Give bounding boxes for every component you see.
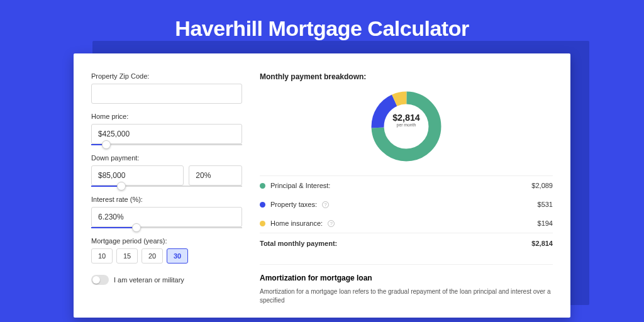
zip-field: Property Zip Code: [91,72,242,104]
calculator-card: Property Zip Code: Home price: Down paym… [74,53,570,318]
period-label: Mortgage period (years): [91,237,242,245]
total-value: $2,814 [531,240,553,247]
legend-row: Principal & Interest:$2,089 [260,176,553,195]
zip-label: Property Zip Code: [91,72,242,80]
legend-value: $2,089 [531,182,553,189]
interest-field: Interest rate (%): [91,196,242,228]
slider-thumb[interactable] [117,182,126,191]
legend-row: Home insurance:?$194 [260,214,553,233]
legend-label: Property taxes: [270,201,317,208]
period-field: Mortgage period (years): 10152030 [91,237,242,264]
total-label: Total monthly payment: [260,240,337,247]
period-btn-10[interactable]: 10 [91,248,113,264]
down-payment-field: Down payment: [91,154,242,187]
legend-dot-icon [260,202,265,208]
interest-slider[interactable] [91,227,242,228]
page-title: Haverhill Mortgage Calculator [0,0,644,53]
home-price-label: Home price: [91,113,242,120]
amortization-section: Amortization for mortgage loan Amortizat… [260,264,553,305]
down-payment-label: Down payment: [91,154,242,162]
donut-chart: $2,814 per month [260,89,553,164]
legend-label: Principal & Interest: [270,182,330,189]
slider-thumb[interactable] [102,140,111,149]
zip-input[interactable] [91,84,242,104]
legend: Principal & Interest:$2,089Property taxe… [260,175,553,233]
interest-label: Interest rate (%): [91,196,242,203]
interest-input[interactable] [91,207,242,227]
veteran-row: I am veteran or military [91,275,242,285]
form-column: Property Zip Code: Home price: Down paym… [91,72,242,299]
down-payment-slider[interactable] [91,186,242,187]
period-btn-15[interactable]: 15 [116,248,138,264]
home-price-field: Home price: [91,113,242,145]
info-icon[interactable]: ? [322,201,329,208]
home-price-slider[interactable] [91,144,242,145]
period-btn-20[interactable]: 20 [142,248,163,264]
legend-value: $531 [538,201,553,208]
donut-amount: $2,814 [383,112,430,123]
home-price-input[interactable] [91,124,242,144]
legend-value: $194 [538,219,553,227]
breakdown-title: Monthly payment breakdown: [260,72,553,81]
donut-sub: per month [383,123,430,128]
down-payment-pct-input[interactable] [189,165,242,186]
legend-row: Property taxes:?$531 [260,195,553,214]
legend-label: Home insurance: [270,219,323,227]
period-btn-30[interactable]: 30 [167,248,188,264]
slider-thumb[interactable] [132,223,141,232]
amortization-body: Amortization for a mortgage loan refers … [260,287,553,305]
amortization-title: Amortization for mortgage loan [260,274,553,282]
legend-dot-icon [260,183,265,189]
veteran-label: I am veteran or military [114,276,184,284]
slider-fill [91,227,136,228]
legend-total-row: Total monthly payment: $2,814 [260,233,553,253]
info-icon[interactable]: ? [328,220,335,227]
breakdown-column: Monthly payment breakdown: $2,814 per mo… [260,72,553,299]
legend-dot-icon [260,221,265,226]
veteran-toggle[interactable] [91,275,109,285]
down-payment-amount-input[interactable] [91,165,184,186]
